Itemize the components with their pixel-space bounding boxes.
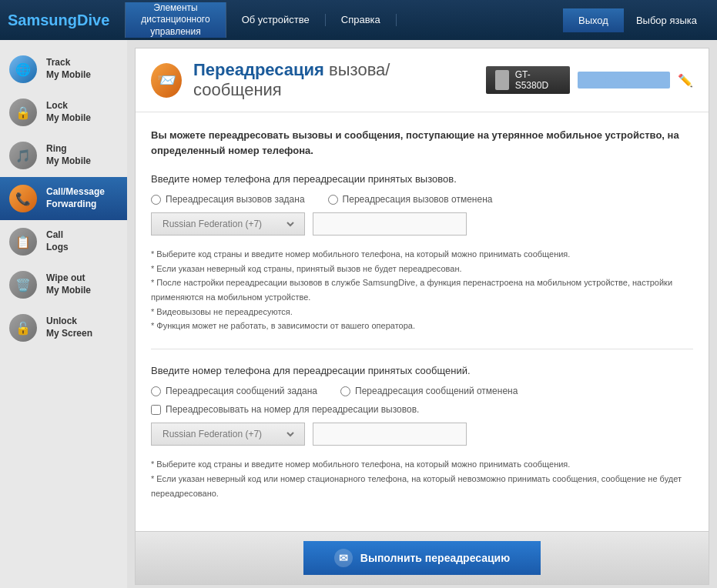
header-right: Выход Выбор языка — [563, 8, 709, 32]
unlock-icon: 🔓 — [8, 312, 39, 343]
messages-forward-to-calls-checkbox[interactable] — [151, 405, 161, 415]
radio-calls-set-input[interactable] — [151, 195, 161, 205]
sidebar-item-wipe[interactable]: 🗑️ Wipe outMy Mobile — [0, 263, 127, 306]
section-divider — [151, 349, 693, 349]
main-container: 🌐 TrackMy Mobile 🔒 LockMy Mobile 🎵 RingM… — [0, 40, 717, 588]
calls-notes: * Выберите код страны и введите номер мо… — [151, 247, 693, 333]
sidebar-label-track: TrackMy Mobile — [46, 57, 91, 81]
sidebar-item-calllogs[interactable]: 📋 CallLogs — [0, 220, 127, 263]
sidebar-label-calllogs: CallLogs — [46, 229, 69, 253]
nav-item-about[interactable]: Об устройстве — [226, 14, 326, 27]
device-badge: GT-S5380D — [486, 66, 570, 94]
sidebar-label-ring: RingMy Mobile — [46, 143, 91, 167]
sidebar-label-wipe: Wipe outMy Mobile — [46, 272, 91, 296]
edit-icon[interactable]: ✏️ — [678, 73, 693, 88]
sidebar-item-ring[interactable]: 🎵 RingMy Mobile — [0, 134, 127, 177]
track-icon: 🌐 — [8, 54, 39, 85]
messages-notes: * Выберите код страны и введите номер мо… — [151, 457, 693, 500]
sidebar-label-lock: LockMy Mobile — [46, 100, 91, 124]
bottom-bar: ✉ Выполнить переадресацию — [136, 531, 709, 584]
nav-item-help[interactable]: Справка — [326, 14, 397, 27]
messages-input-row: Russian Federation (+7) — [151, 423, 693, 446]
content-body: Вы можете переадресовать вызовы и сообще… — [136, 112, 709, 531]
calls-input-row: Russian Federation (+7) — [151, 212, 693, 236]
lock-icon: 🔒 — [8, 97, 39, 128]
device-phone-icon — [495, 70, 509, 90]
sidebar-label-unlock: UnlockMy Screen — [46, 316, 92, 339]
radio-messages-cancel-input[interactable] — [340, 386, 350, 396]
calllogs-icon: 📋 — [8, 226, 39, 257]
content-area: 📨 Переадресация вызова/сообщения GT-S538… — [135, 48, 709, 585]
lang-button[interactable]: Выбор языка — [624, 8, 709, 32]
sidebar-label-forwarding: Call/MessageForwarding — [46, 186, 105, 210]
header-nav: Элементы дистанционного управления Об ус… — [125, 2, 563, 38]
calls-country-select[interactable]: Russian Federation (+7) — [151, 212, 305, 236]
messages-country-dropdown[interactable]: Russian Federation (+7) — [159, 428, 297, 440]
page-title: Переадресация вызова/сообщения — [193, 60, 474, 100]
wipe-icon: 🗑️ — [8, 269, 39, 300]
page-icon: 📨 — [151, 65, 182, 95]
sidebar-item-track[interactable]: 🌐 TrackMy Mobile — [0, 48, 127, 91]
content-header: 📨 Переадресация вызова/сообщения GT-S538… — [136, 48, 709, 112]
radio-messages-cancel[interactable]: Переадресация сообщений отменена — [340, 386, 518, 396]
messages-radio-group: Переадресация сообщений задана Переадрес… — [151, 386, 693, 396]
radio-calls-cancel-input[interactable] — [328, 195, 338, 205]
nav-item-remote[interactable]: Элементы дистанционного управления — [125, 2, 226, 38]
radio-messages-set-input[interactable] — [151, 386, 161, 396]
messages-country-select[interactable]: Russian Federation (+7) — [151, 423, 305, 446]
messages-section-title: Введите номер телефона для переадресации… — [151, 365, 693, 376]
calls-country-dropdown[interactable]: Russian Federation (+7) — [159, 218, 297, 230]
calls-section-title: Введите номер телефона для переадресации… — [151, 173, 693, 185]
logo: SamsungDive — [8, 12, 109, 29]
radio-calls-set[interactable]: Переадресация вызовов задана — [151, 194, 305, 205]
sidebar-item-unlock[interactable]: 🔓 UnlockMy Screen — [0, 306, 127, 349]
device-info: GT-S5380D hidden ✏️ — [486, 66, 693, 94]
description-text: Вы можете переадресовать вызовы и сообще… — [151, 128, 693, 158]
sidebar-item-forwarding[interactable]: 📞 Call/MessageForwarding — [0, 177, 127, 220]
sidebar: 🌐 TrackMy Mobile 🔒 LockMy Mobile 🎵 RingM… — [0, 40, 127, 588]
radio-messages-set[interactable]: Переадресация сообщений задана — [151, 386, 317, 396]
radio-calls-cancel[interactable]: Переадресация вызовов отменена — [328, 194, 493, 205]
messages-forward-to-calls-label[interactable]: Переадресовывать на номер для переадреса… — [151, 404, 693, 415]
sidebar-item-lock[interactable]: 🔒 LockMy Mobile — [0, 91, 127, 134]
ring-icon: 🎵 — [8, 140, 39, 171]
forwarding-icon: 📞 — [8, 183, 39, 214]
calls-phone-input[interactable] — [313, 212, 467, 236]
exit-button[interactable]: Выход — [563, 8, 624, 32]
forward-btn-icon: ✉ — [334, 549, 353, 567]
forward-button[interactable]: ✉ Выполнить переадресацию — [303, 541, 541, 575]
calls-radio-group: Переадресация вызовов задана Переадресац… — [151, 194, 693, 205]
device-number-blurred: hidden — [578, 72, 670, 89]
messages-phone-input[interactable] — [313, 423, 467, 446]
header: SamsungDive Элементы дистанционного упра… — [0, 0, 717, 40]
